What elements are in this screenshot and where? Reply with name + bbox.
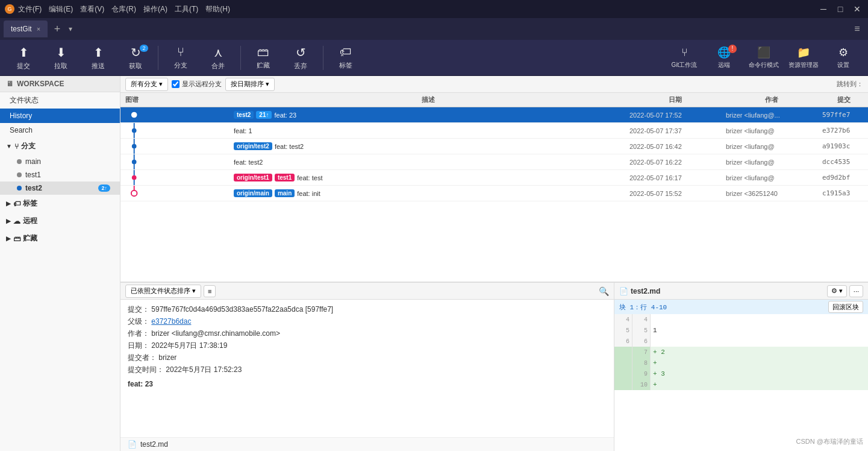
diff-more-btn[interactable]: ···	[849, 285, 863, 297]
explorer-button[interactable]: 📁 资源管理器	[785, 42, 822, 74]
workspace-label: WORKSPACE	[17, 80, 64, 88]
main-toolbar: ⬆ 提交 ⬇ 拉取 ⬆ 推送 ↻ 2 获取 ⑂ 分支 ⋏ 合并 🗃 贮藏 ↺ 丢…	[0, 40, 868, 76]
menu-file[interactable]: 文件(F)	[18, 4, 42, 14]
maximize-button[interactable]: □	[834, 3, 846, 15]
commit-button[interactable]: ⬆ 提交	[6, 42, 41, 74]
show-remote-checkbox-label[interactable]: 显示远程分支	[172, 80, 222, 89]
sidebar-item-history[interactable]: History	[0, 109, 120, 123]
stash-button[interactable]: 🗃 贮藏	[246, 42, 281, 74]
remote-button[interactable]: 🌐 ! 远端	[705, 42, 743, 74]
diff-hunk-header: 块 1：行 4-10	[619, 303, 667, 312]
diff-settings-btn[interactable]: ⚙ ▾	[827, 285, 847, 297]
add-tab-button[interactable]: +	[50, 22, 64, 36]
app-menu-button[interactable]: ≡	[850, 22, 864, 36]
sidebar-item-search[interactable]: Search	[0, 123, 120, 137]
branch-item-test1[interactable]: test1	[0, 168, 120, 181]
terminal-button[interactable]: ⬛ 命令行模式	[745, 42, 782, 74]
graph-col-1	[120, 123, 229, 138]
date-col-5: 2022-05-07 15:52	[627, 190, 723, 197]
menu-action[interactable]: 操作(A)	[143, 4, 167, 14]
pull-button[interactable]: ⬇ 拉取	[43, 42, 78, 74]
commit-row-3[interactable]: feat: test2 2022-05-07 16:22 brizer <liu…	[120, 154, 868, 170]
show-remote-label: 显示远程分支	[182, 80, 222, 89]
close-button[interactable]: ✕	[851, 3, 863, 15]
hash-col-0: 597ffe7	[820, 111, 868, 119]
push-icon: ⬆	[93, 45, 104, 60]
diff-old-num-5	[614, 358, 632, 368]
branch-button[interactable]: ⑂ 分支	[163, 42, 198, 74]
fetch-button[interactable]: ↻ 2 获取	[118, 42, 153, 74]
branch-dot-test2	[17, 186, 22, 191]
commit-details: 已依照文件状态排序 ▾ ≡ 🔍 提交： 597ffe767fc0d4a469d5…	[120, 283, 614, 451]
commit-row-0[interactable]: test2 21↑ feat: 23 2022-05-07 17:52 briz…	[120, 107, 868, 123]
merge-button[interactable]: ⋏ 合并	[201, 42, 236, 74]
tab-close-icon[interactable]: ×	[37, 25, 40, 33]
desc-text-0: feat: 23	[274, 112, 296, 119]
tab-testgit[interactable]: testGit ×	[4, 20, 48, 37]
menu-repo[interactable]: 仓库(R)	[111, 4, 136, 14]
author-col-5: brizer <36251240	[723, 190, 820, 197]
col-author-header: 作者	[723, 95, 820, 104]
diff-old-num-7	[614, 379, 632, 390]
content-area: 所有分支 ▾ 显示远程分支 按日期排序 ▾ 跳转到： 图谱 描述 日期 作者 提…	[120, 76, 868, 451]
commit-row-4[interactable]: origin/test1 test1 feat: test 2022-05-07…	[120, 170, 868, 186]
settings-button[interactable]: ⚙ 设置	[825, 42, 862, 74]
fetch-icon: ↻	[131, 45, 141, 60]
main-area: 🖥 WORKSPACE 文件状态 History Search ▼ ⑂ 分支 m…	[0, 76, 868, 451]
graph-col-3	[120, 154, 229, 169]
all-branches-filter[interactable]: 所有分支 ▾	[125, 78, 168, 91]
discard-button[interactable]: ↺ 丢弃	[283, 42, 318, 74]
desc-col-1: feat: 1	[229, 127, 627, 134]
menu-tools[interactable]: 工具(T)	[175, 4, 198, 14]
commit-row-1[interactable]: feat: 1 2022-05-07 17:37 brizer <liufang…	[120, 123, 868, 139]
branch-item-main[interactable]: main	[0, 155, 120, 168]
minimize-button[interactable]: ─	[817, 3, 829, 15]
sidebar-section-remotes[interactable]: ▶ ☁ 远程	[0, 212, 120, 230]
gitflow-button[interactable]: ⑂ Git工作流	[666, 42, 703, 74]
diff-old-num-6	[614, 368, 632, 379]
date-col-3: 2022-05-07 16:22	[627, 159, 723, 166]
menu-view[interactable]: 查看(V)	[80, 4, 104, 14]
tab-more-button[interactable]: ▾	[64, 23, 76, 35]
sidebar: 🖥 WORKSPACE 文件状态 History Search ▼ ⑂ 分支 m…	[0, 76, 120, 451]
menu-help[interactable]: 帮助(H)	[205, 4, 230, 14]
diff-content-1	[651, 314, 868, 325]
branch-icon: ⑂	[177, 45, 184, 59]
sidebar-section-tags[interactable]: ▶ 🏷 标签	[0, 195, 120, 212]
sort-btn[interactable]: 按日期排序 ▾	[225, 78, 275, 91]
details-search-btn[interactable]: 🔍	[599, 286, 609, 296]
toolbar-separator-2	[240, 46, 241, 70]
search-icon[interactable]: 🔍	[599, 286, 609, 296]
branches-chevron-icon: ▼	[6, 143, 12, 150]
commit-row-2[interactable]: origin/test2 feat: test2 2022-05-07 16:4…	[120, 139, 868, 154]
col-desc-header: 描述	[229, 95, 627, 104]
sidebar-section-stash[interactable]: ▶ 🗃 贮藏	[0, 230, 120, 247]
file-sort-btn[interactable]: 已依照文件状态排序 ▾	[125, 285, 201, 298]
desc-col-5: origin/main main feat: init	[229, 189, 627, 197]
revert-hunk-btn[interactable]: 回滚区块	[828, 301, 863, 313]
branch-item-test2[interactable]: test2 2↑	[0, 181, 120, 195]
menu-edit[interactable]: 编辑(E)	[49, 4, 73, 14]
commit-table[interactable]: 图谱 描述 日期 作者 提交 test2 21↑ fea	[120, 93, 868, 282]
diff-new-num-7: 10	[632, 379, 651, 390]
parent-hash-link[interactable]: e3727b6dac	[151, 317, 191, 326]
sidebar-section-branches[interactable]: ▼ ⑂ 分支	[0, 137, 120, 155]
filename: test2.md	[140, 440, 168, 449]
details-toolbar: 已依照文件状态排序 ▾ ≡ 🔍	[120, 283, 614, 300]
commit-row-5[interactable]: origin/main main feat: init 2022-05-07 1…	[120, 186, 868, 201]
tag-button[interactable]: 🏷 标签	[328, 42, 363, 74]
file-item-test2md[interactable]: 📄 test2.md	[120, 438, 614, 451]
list-view-btn[interactable]: ≡	[204, 285, 216, 297]
pull-label: 拉取	[54, 62, 67, 71]
details-content: 提交： 597ffe767fc0d4a469d53d383ae557fa22aa…	[120, 300, 614, 437]
sidebar-item-filestatus[interactable]: 文件状态	[0, 92, 120, 109]
push-button[interactable]: ⬆ 推送	[81, 42, 116, 74]
show-remote-checkbox[interactable]	[172, 80, 180, 88]
tag-origin-main: origin/main	[234, 189, 272, 197]
desc-text-4: feat: test	[297, 174, 322, 181]
desc-col-0: test2 21↑ feat: 23	[229, 111, 627, 119]
window-controls: ─ □ ✕	[817, 3, 863, 15]
jump-to-label: 跳转到：	[837, 80, 863, 89]
menu-bar[interactable]: 文件(F) 编辑(E) 查看(V) 仓库(R) 操作(A) 工具(T) 帮助(H…	[18, 4, 230, 14]
diff-content-6: + 3	[651, 368, 868, 379]
